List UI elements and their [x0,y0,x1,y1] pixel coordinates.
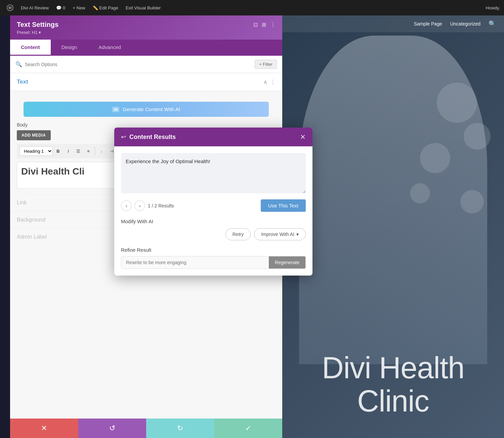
toolbar-divider-1 [95,147,95,155]
cancel-button[interactable]: ✕ [10,419,78,438]
site-name[interactable]: Divi AI Review [18,4,51,12]
generate-content-button[interactable]: AI Generate Content With AI [24,102,269,117]
next-result-button[interactable]: › [134,200,145,211]
use-this-text-button[interactable]: Use This Text [261,199,306,212]
generate-btn-wrap: AI Generate Content With AI [10,91,282,117]
edit-page-link[interactable]: ✏️ Edit Page [90,4,121,12]
tab-design[interactable]: Design [51,40,88,56]
svg-text:W: W [8,6,12,10]
howdy-label: Howdy, [486,5,500,10]
content-results-modal: ↩ Content Results ✕ Experience the Joy o… [114,128,312,276]
refine-title: Refine Result [121,247,306,253]
add-media-button[interactable]: ADD MEDIA [17,130,51,140]
redo-button[interactable]: ↻ [146,419,214,438]
format-button[interactable]: ᵢ [97,146,106,156]
bold-button[interactable]: B [53,146,63,156]
refine-section: Refine Result Regenerate [121,247,306,269]
wp-logo[interactable]: W [4,3,16,12]
new-link[interactable]: + New [70,4,88,12]
retry-button[interactable]: Retry [225,228,251,240]
modal-header: ↩ Content Results ✕ [114,128,312,146]
panel-icon-fullscreen[interactable]: ⊡ [253,21,258,28]
prev-result-button[interactable]: ‹ [121,200,132,211]
modify-section: Modify With AI Retry Improve With AI ▾ [121,218,306,240]
modal-title: Content Results [129,134,176,141]
panel-header-icons: ⊡ ⊞ ⋮ [253,21,276,28]
panel-icon-grid[interactable]: ⊞ [262,21,266,28]
footer-buttons: ✕ ↺ ↻ ✓ [10,419,282,438]
heading-select[interactable]: Heading 1 Heading 2 Paragraph [19,146,53,156]
result-navigation: ‹ › 1 / 2 Results Use This Text [121,199,306,212]
ai-badge: AI [112,107,119,112]
panel-icon-menu[interactable]: ⋮ [270,21,276,28]
refine-input[interactable] [121,256,269,269]
panel-header: Text Settings ⊡ ⊞ ⋮ Preset: H1 ▾ [10,15,282,40]
tab-advanced[interactable]: Advanced [88,40,132,56]
modal-back-button[interactable]: ↩ [121,133,126,141]
modal-close-button[interactable]: ✕ [300,133,306,141]
text-section-header: Text ∧ ⋮ [10,73,282,91]
improve-dropdown-icon: ▾ [296,232,299,237]
collapse-icon[interactable]: ∧ [263,79,267,85]
refine-input-row: Regenerate [121,256,306,269]
modal-body: Experience the Joy of Optimal Health! ‹ … [114,146,312,276]
search-input-wrap: 🔍 [15,61,255,67]
background-title: Background [17,217,45,223]
section-menu-icon[interactable]: ⋮ [270,79,276,85]
nav-link-uncategorized[interactable]: Uncategorized [450,21,480,27]
body-label: Body [17,122,276,128]
text-section-title: Text [17,79,28,85]
improve-with-ai-button[interactable]: Improve With AI ▾ [254,228,306,240]
search-icon: 🔍 [15,61,22,67]
modal-header-left: ↩ Content Results [121,133,176,141]
panel-preset[interactable]: Preset: H1 ▾ [17,30,276,35]
admin-label-title: Admin Label [17,234,47,240]
undo-button[interactable]: ↺ [78,419,146,438]
exit-builder-link[interactable]: Exit Visual Builder [123,4,164,12]
modify-title: Modify With AI [121,218,306,224]
section-controls: ∧ ⋮ [263,79,276,85]
ul-button[interactable]: ☰ [74,146,83,156]
modify-buttons: Retry Improve With AI ▾ [121,228,306,240]
nav-buttons: ‹ › 1 / 2 Results [121,200,174,211]
link-title: Link [17,200,27,205]
comments-link[interactable]: 💬 0 [53,4,68,12]
nav-search-icon[interactable]: 🔍 [489,20,496,28]
save-button[interactable]: ✓ [214,419,283,438]
panel-tabs: Content Design Advanced [10,40,282,56]
result-textarea[interactable]: Experience the Joy of Optimal Health! [121,153,306,193]
hero-background: Divi Health Clinic [282,15,504,438]
regenerate-button[interactable]: Regenerate [269,256,305,269]
italic-button[interactable]: I [64,146,73,156]
nav-link-sample[interactable]: Sample Page [414,21,442,27]
ol-button[interactable]: ≡ [84,146,93,156]
doctor-figure [299,36,487,364]
tab-content[interactable]: Content [10,40,51,56]
filter-button[interactable]: + Filter [255,60,277,69]
hero-text: Divi Health Clinic [282,351,504,418]
search-input[interactable] [25,62,255,67]
result-count: 1 / 2 Results [148,203,174,208]
wp-nav-bar: Sample Page Uncategorized 🔍 [282,15,504,32]
generate-btn-label: Generate Content With AI [123,106,180,112]
search-bar: 🔍 + Filter [10,56,282,73]
panel-title: Text Settings [17,21,58,29]
admin-bar: W Divi AI Review 💬 0 + New ✏️ Edit Page … [0,0,504,15]
